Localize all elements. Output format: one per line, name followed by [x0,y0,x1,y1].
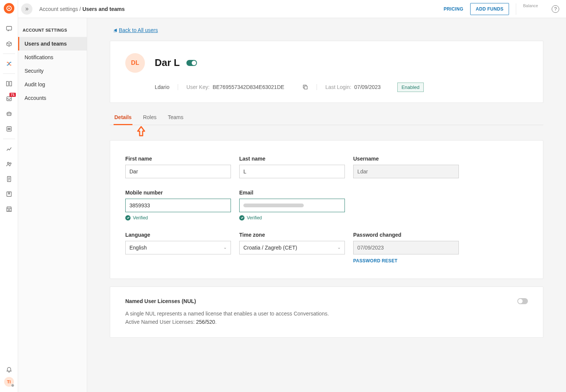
user-display-name-text: Dar L [155,57,180,69]
balance-block: Balance [516,3,538,15]
status-chip: Enabled [397,83,424,92]
chevron-down-icon: ⌄ [337,245,341,250]
expand-sidebar-button[interactable] [21,3,32,15]
nul-title: Named User Licenses (NUL) [125,298,517,304]
pricing-link[interactable]: PRICING [444,6,463,12]
sidebar-item-users-and-teams[interactable]: Users and teams [18,37,87,51]
bell-icon[interactable] [0,362,18,377]
bookmark-bar-icon[interactable] [0,187,18,202]
bot-icon[interactable] [0,106,18,121]
breadcrumb-parent[interactable]: Account settings [39,6,78,12]
password-changed-label: Password changed [353,232,459,238]
tab-teams[interactable]: Teams [167,112,184,125]
settings-sidebar: ACCOUNT SETTINGS Users and teams Notific… [18,18,87,392]
back-link-text: Back to All users [119,27,158,33]
chevron-down-icon: ⌄ [223,245,227,250]
copy-icon[interactable] [302,84,308,90]
svg-point-9 [9,163,11,164]
nul-desc-line2: Active Named User Licenses: 256/520. [125,318,517,326]
svg-point-5 [8,113,8,114]
first-name-label: First name [125,156,231,162]
email-label: Email [239,190,345,196]
last-login-value: 07/09/2023 [354,84,381,90]
tab-roles[interactable]: Roles [142,112,157,125]
balance-label: Balance [523,3,538,8]
mobile-input[interactable] [125,199,231,212]
hash-icon[interactable] [0,121,18,136]
username-label: Username [353,156,459,162]
mobile-label: Mobile number [125,190,231,196]
svg-rect-7 [7,127,11,131]
top-header: Account settings / Users and teams PRICI… [18,0,566,18]
email-verified-note: Verified [239,215,345,220]
svg-point-8 [7,162,9,164]
last-login-label: Last Login: [325,84,351,90]
breadcrumb-current: Users and teams [82,6,125,12]
people-icon[interactable] [0,156,18,172]
timezone-label: Time zone [239,232,345,238]
store-icon[interactable] [0,202,18,217]
user-key-label: User Key: [186,84,209,90]
arrow-annotation [136,126,146,136]
username-input [353,165,459,178]
password-reset-link[interactable]: PASSWORD RESET [353,258,459,263]
language-label: Language [125,232,231,238]
last-name-label: Last name [239,156,345,162]
nul-card: Named User Licenses (NUL) A single NUL r… [110,286,543,338]
first-name-input[interactable] [125,165,231,178]
svg-point-6 [9,113,10,114]
sidebar-title: ACCOUNT SETTINGS [18,28,87,37]
chat-icon[interactable] [0,21,18,36]
svg-rect-12 [305,86,308,89]
user-display-name: Dar L [155,57,197,69]
sidebar-item-accounts[interactable]: Accounts [18,91,87,105]
add-funds-button[interactable]: ADD FUNDS [470,3,509,15]
back-to-users-link[interactable]: ◀Back to All users [114,27,158,33]
nul-desc-line1: A single NUL represents a named license … [125,309,517,318]
timezone-select[interactable]: Croatia / Zagreb (CET)⌄ [239,241,345,254]
breadcrumb: Account settings / Users and teams [39,6,125,12]
sidebar-item-audit-log[interactable]: Audit log [18,78,87,91]
nul-toggle[interactable] [517,298,528,304]
package-icon[interactable] [0,36,18,51]
sidebar-item-notifications[interactable]: Notifications [18,51,87,64]
details-form-card: First name Last name Username [110,140,543,279]
svg-rect-11 [7,192,11,196]
svg-rect-0 [6,26,12,30]
meta-username: Ldario [155,84,169,90]
email-input[interactable] [239,199,345,212]
svg-rect-1 [6,81,8,86]
user-key-value: BE769557342D834E63021DE [212,84,284,90]
user-avatar: DL [125,53,145,73]
user-tabs: Details Roles Teams [110,112,543,125]
user-avatar-small[interactable]: TI [4,377,14,387]
password-changed-input [353,241,459,254]
content-area: ◀Back to All users DL Dar L Ldario User [87,18,566,392]
user-enabled-toggle[interactable] [186,60,197,66]
brand-logo[interactable] [4,3,14,14]
shuffle-icon[interactable] [0,56,18,71]
inbox-icon[interactable]: 71 [0,91,18,106]
svg-rect-2 [9,81,11,86]
user-header-card: DL Dar L Ldario User Key: BE769557342D83… [110,41,543,103]
help-icon[interactable]: ? [552,5,559,13]
icon-rail: 71 TI [0,0,18,392]
sidebar-item-security[interactable]: Security [18,64,87,78]
doc-icon[interactable] [0,172,18,187]
language-select[interactable]: English⌄ [125,241,231,254]
mobile-verified-note: Verified [125,215,231,220]
inbox-badge: 71 [9,93,15,97]
last-name-input[interactable] [239,165,345,178]
tab-details[interactable]: Details [114,112,132,125]
analytics-icon[interactable] [0,141,18,156]
columns-icon[interactable] [0,76,18,91]
